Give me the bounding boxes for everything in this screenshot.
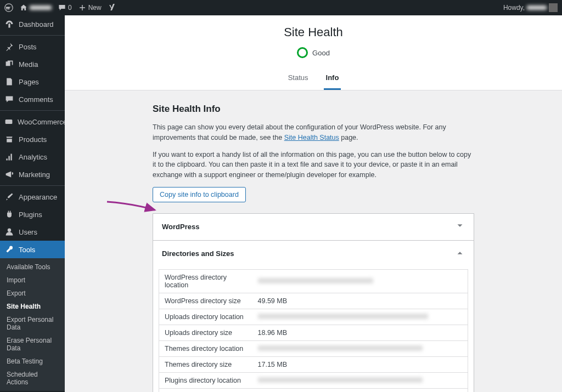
user-icon: [4, 227, 14, 237]
comments-icon: [4, 94, 14, 104]
sidebar-item-dashboard[interactable]: Dashboard: [0, 15, 65, 33]
row-value: [252, 309, 468, 325]
dashboard-icon: [4, 19, 14, 29]
submenu-scheduled-actions[interactable]: Scheduled Actions: [0, 368, 65, 389]
main-content: Site Health Good Status Info Site Health…: [65, 15, 562, 392]
row-value: 17.15 MB: [252, 356, 468, 372]
submenu-beta-testing[interactable]: Beta Testing: [0, 355, 65, 368]
menu-label: Users: [19, 228, 37, 236]
sidebar-item-products[interactable]: Products: [0, 130, 65, 148]
page-title: Site Health: [76, 25, 551, 39]
my-account-link[interactable]: Howdy,: [503, 3, 558, 12]
copy-info-button[interactable]: Copy site info to clipboard: [153, 187, 246, 202]
menu-label: Tools: [19, 246, 35, 254]
site-health-status-link[interactable]: Site Health Status: [284, 134, 339, 141]
menu-label: Pages: [19, 78, 39, 86]
table-row: Themes directory location: [159, 340, 468, 356]
site-home-link[interactable]: [20, 4, 52, 12]
accordion-title: Directories and Sizes: [162, 249, 234, 258]
admin-sidebar: Dashboard Posts Media Pages Comments Woo…: [0, 15, 65, 392]
table-row: WordPress directory size49.59 MB: [159, 293, 468, 309]
row-label: WordPress directory size: [159, 293, 252, 309]
tools-submenu: Available Tools Import Export Site Healt…: [0, 258, 65, 391]
health-status-indicator: Good: [297, 47, 330, 58]
chevron-up-icon: [455, 248, 465, 260]
submenu-import[interactable]: Import: [0, 274, 65, 287]
accordion-wordpress: WordPress: [153, 213, 474, 241]
sidebar-item-comments[interactable]: Comments: [0, 90, 65, 108]
menu-label: Media: [19, 60, 38, 69]
sidebar-item-plugins[interactable]: Plugins: [0, 206, 65, 223]
svg-point-2: [8, 229, 11, 232]
brush-icon: [4, 192, 14, 202]
new-label: New: [88, 4, 102, 12]
content-wrap: Site Health Info This page can show you …: [65, 90, 562, 392]
accordion-directories-body: WordPress directory locationWordPress di…: [153, 267, 474, 392]
sidebar-item-pages[interactable]: Pages: [0, 73, 65, 90]
menu-label: Posts: [19, 43, 37, 51]
menu-label: Dashboard: [19, 20, 54, 29]
woo-icon: [4, 117, 13, 127]
sidebar-item-marketing[interactable]: Marketing: [0, 166, 65, 183]
submenu-export-personal[interactable]: Export Personal Data: [0, 313, 65, 334]
svg-rect-1: [5, 120, 13, 124]
row-label: Themes directory size: [159, 356, 252, 372]
howdy-label: Howdy,: [503, 4, 525, 12]
row-value: [252, 340, 468, 356]
menu-label: Plugins: [19, 211, 42, 219]
sidebar-item-woocommerce[interactable]: WooCommerce: [0, 113, 65, 130]
site-name-redacted: [30, 5, 52, 10]
tab-info[interactable]: Info: [324, 68, 341, 90]
home-icon: [20, 4, 27, 12]
wp-logo[interactable]: [4, 3, 13, 12]
comment-count: 0: [68, 4, 72, 12]
accordion-wordpress-header[interactable]: WordPress: [153, 214, 474, 240]
row-value: 49.59 MB: [252, 293, 468, 309]
submenu-export[interactable]: Export: [0, 287, 65, 300]
username-redacted: [527, 5, 547, 10]
yoast-link[interactable]: [108, 4, 116, 12]
status-label: Good: [312, 49, 330, 57]
comments-link[interactable]: 0: [58, 4, 72, 12]
accordion-directories-header[interactable]: Directories and Sizes: [153, 241, 474, 267]
table-row: WordPress directory location: [159, 269, 468, 293]
tab-status[interactable]: Status: [286, 68, 311, 90]
menu-label: Marketing: [19, 171, 50, 179]
sidebar-item-analytics[interactable]: Analytics: [0, 148, 65, 166]
arrow-annotation: [104, 199, 159, 221]
wordpress-icon: [4, 3, 13, 12]
submenu-site-health[interactable]: Site Health: [0, 300, 65, 313]
sidebar-item-tools[interactable]: Tools: [0, 241, 65, 258]
sidebar-item-posts[interactable]: Posts: [0, 38, 65, 55]
yoast-icon: [108, 4, 116, 12]
comment-icon: [58, 4, 66, 12]
row-label: WordPress directory location: [159, 269, 252, 293]
directories-table: WordPress directory locationWordPress di…: [159, 269, 468, 392]
products-icon: [4, 134, 14, 144]
megaphone-icon: [4, 169, 14, 179]
row-label: Uploads directory size: [159, 325, 252, 340]
menu-label: WooCommerce: [18, 118, 65, 126]
row-value: [252, 269, 468, 293]
media-icon: [4, 59, 14, 69]
wrench-icon: [4, 245, 14, 254]
plugin-icon: [4, 209, 14, 219]
menu-label: Analytics: [19, 153, 47, 161]
new-content-link[interactable]: New: [78, 4, 102, 12]
submenu-erase-personal[interactable]: Erase Personal Data: [0, 334, 65, 355]
table-row: Plugins directory size55.14 MB: [159, 388, 468, 392]
accordion-directories: Directories and Sizes WordPress director…: [153, 241, 474, 392]
sidebar-item-appearance[interactable]: Appearance: [0, 188, 65, 206]
page-header: Site Health Good Status Info: [65, 15, 562, 90]
row-label: Plugins directory location: [159, 372, 252, 388]
submenu-available-tools[interactable]: Available Tools: [0, 260, 65, 274]
sidebar-item-media[interactable]: Media: [0, 55, 65, 73]
plus-icon: [78, 4, 86, 12]
row-label: Plugins directory size: [159, 388, 252, 392]
row-label: Uploads directory location: [159, 309, 252, 325]
avatar: [549, 3, 558, 12]
pin-icon: [4, 42, 14, 52]
admin-bar: 0 New Howdy,: [0, 0, 562, 15]
sidebar-item-users[interactable]: Users: [0, 223, 65, 241]
menu-label: Products: [19, 135, 47, 144]
